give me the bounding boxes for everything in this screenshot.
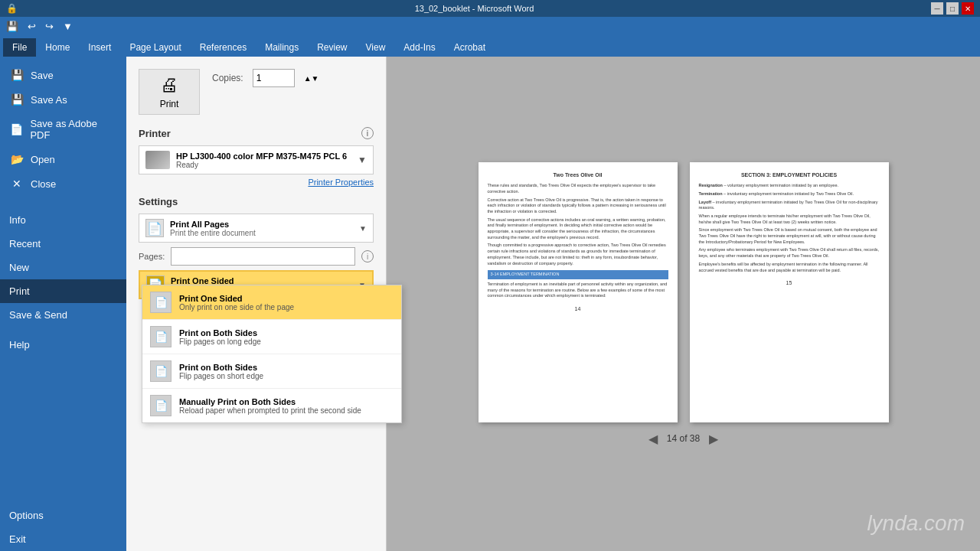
pages-row: Pages: i [139, 247, 374, 266]
sidebar-item-open-label: Open [31, 154, 55, 165]
sidebar-item-options-label: Options [9, 510, 44, 521]
popup-main-manual: Manually Print on Both Sides [179, 397, 394, 406]
sidebar-item-options[interactable]: Options [0, 504, 126, 527]
printer-dropdown-arrow[interactable]: ▼ [358, 155, 367, 165]
copies-input[interactable] [253, 69, 295, 87]
preview-right-para4: When a regular employee intends to termi… [699, 214, 880, 225]
popup-main-both-long: Print on Both Sides [179, 328, 394, 337]
sidebar-item-open[interactable]: 📂 Open [0, 147, 126, 171]
preview-page-right: SECTION 3: EMPLOYMENT POLICIES Resignati… [690, 162, 889, 422]
popup-icon-manual: 📄 [150, 395, 172, 416]
preview-left-section-header: 3-14 EMPLOYMENT TERMINATION [488, 270, 668, 279]
qa-undo-button[interactable]: ↩ [24, 19, 39, 34]
printer-status: Ready [176, 161, 347, 169]
sidebar-item-help-label: Help [9, 339, 30, 350]
sidebar-item-exit-label: Exit [9, 533, 26, 545]
preview-nav: ◀ 14 of 38 ▶ [648, 432, 718, 446]
qa-redo-button[interactable]: ↪ [42, 19, 57, 34]
pages-info-icon[interactable]: i [361, 250, 374, 262]
sidebar-item-saveas[interactable]: 💾 Save As [0, 87, 126, 112]
copies-spinner[interactable]: ▲▼ [304, 74, 319, 83]
save-icon: 💾 [9, 69, 24, 81]
popup-sub-both-short: Flip pages on short edge [179, 372, 394, 380]
minimize-button[interactable]: ─ [931, 2, 943, 15]
sidebar-item-exit[interactable]: Exit [0, 527, 126, 551]
sidebar-item-adobe[interactable]: 📄 Save as Adobe PDF [0, 112, 126, 147]
preview-right-para1: Resignation – voluntary employment termi… [699, 183, 880, 189]
sidebar-item-save[interactable]: 💾 Save [0, 63, 126, 87]
all-pages-text: Print All Pages Print the entire documen… [170, 220, 353, 237]
tab-view[interactable]: View [357, 38, 395, 57]
tab-page-layout[interactable]: Page Layout [120, 38, 190, 57]
restore-button[interactable]: □ [946, 2, 959, 15]
popup-item-one-sided[interactable]: 📄 Print One Sided Only print on one side… [142, 285, 401, 320]
popup-item-manual[interactable]: 📄 Manually Print on Both Sides Reload pa… [142, 389, 401, 422]
print-button-label: Print [160, 99, 179, 109]
all-pages-dropdown-row: 📄 Print All Pages Print the entire docum… [139, 214, 373, 242]
quick-access-icon: 🔒 [6, 3, 18, 14]
printer-info: HP LJ300-400 color MFP M375-M475 PCL 6 R… [176, 152, 347, 169]
popup-item-both-short[interactable]: 📄 Print on Both Sides Flip pages on shor… [142, 354, 401, 389]
ribbon-tabs: File Home Insert Page Layout References … [0, 35, 980, 57]
popup-main-both-short: Print on Both Sides [179, 363, 394, 372]
popup-icon-both-short: 📄 [150, 360, 172, 382]
tab-references[interactable]: References [191, 38, 256, 57]
pages-input[interactable] [171, 247, 355, 266]
popup-sub-both-long: Flip pages on long edge [179, 337, 394, 346]
tab-home[interactable]: Home [36, 38, 79, 57]
preview-left-title: Two Trees Olive Oil [488, 171, 668, 179]
sidebar-item-info-label: Info [9, 214, 26, 226]
preview-left-para1: These rules and standards, Two Trees Oli… [488, 183, 668, 194]
tab-mailings[interactable]: Mailings [256, 38, 308, 57]
settings-title: Settings [139, 196, 374, 207]
sidebar-item-new-label: New [9, 262, 29, 273]
all-pages-icon: 📄 [145, 219, 164, 237]
all-pages-main: Print All Pages [170, 220, 353, 229]
popup-text-manual: Manually Print on Both Sides Reload pape… [179, 397, 394, 415]
next-page-button[interactable]: ▶ [709, 432, 718, 446]
sidebar-item-close[interactable]: ✕ Close [0, 171, 126, 196]
all-pages-arrow: ▼ [359, 224, 367, 233]
sidebar-item-savesend-label: Save & Send [9, 309, 67, 321]
sidebar-item-new[interactable]: New [0, 256, 126, 279]
tab-addins[interactable]: Add-Ins [394, 38, 444, 57]
qa-customize-button[interactable]: ▼ [60, 19, 76, 34]
printer-properties-link[interactable]: Printer Properties [139, 178, 374, 187]
prev-page-button[interactable]: ◀ [648, 432, 658, 446]
tab-file[interactable]: File [3, 38, 36, 57]
preview-right-para7: Employee's benefits will be affected by … [699, 262, 880, 273]
sidebar-item-adobe-label: Save as Adobe PDF [30, 118, 117, 141]
sidebar-item-print[interactable]: Print [0, 279, 126, 303]
all-pages-dropdown[interactable]: 📄 Print All Pages Print the entire docum… [139, 214, 374, 243]
preview-page-left: Two Trees Olive Oil These rules and stan… [479, 162, 678, 422]
tab-acrobat[interactable]: Acrobat [445, 38, 495, 57]
preview-right-page-number: 15 [699, 279, 880, 287]
sidebar-item-recent-label: Recent [9, 238, 41, 249]
printer-info-icon[interactable]: i [361, 127, 374, 139]
sidebar-item-savesend[interactable]: Save & Send [0, 303, 126, 327]
preview-pages: Two Trees Olive Oil These rules and stan… [479, 162, 889, 422]
preview-left-section-text: Termination of employment is an inevitab… [488, 282, 668, 299]
popup-item-both-long[interactable]: 📄 Print on Both Sides Flip pages on long… [142, 320, 401, 354]
tab-insert[interactable]: Insert [79, 38, 120, 57]
sidebar-item-help[interactable]: Help [0, 333, 126, 357]
preview-right-title: SECTION 3: EMPLOYMENT POLICIES [699, 171, 880, 179]
copies-row: Copies: ▲▼ [212, 69, 318, 87]
sidebar-item-info[interactable]: Info [0, 208, 126, 232]
sidebar-item-recent[interactable]: Recent [0, 232, 126, 256]
close-button[interactable]: ✕ [962, 2, 974, 15]
printer-row[interactable]: HP LJ300-400 color MFP M375-M475 PCL 6 R… [139, 145, 374, 174]
current-page: 14 of 38 [667, 433, 700, 444]
window-title: 13_02_booklet - Microsoft Word [18, 4, 931, 13]
print-icon: 🖨 [160, 74, 178, 96]
popup-text-both-long: Print on Both Sides Flip pages on long e… [179, 328, 394, 346]
qa-save-button[interactable]: 💾 [3, 19, 21, 34]
preview-area: Two Trees Olive Oil These rules and stan… [387, 57, 980, 551]
tab-review[interactable]: Review [308, 38, 356, 57]
sidebar-item-saveas-label: Save As [31, 94, 67, 106]
watermark: lynda.com [867, 511, 965, 536]
popup-sub-one-sided: Only print on one side of the page [179, 303, 394, 311]
preview-right-para3: Layoff – involuntary employment terminat… [699, 200, 880, 211]
popup-sub-manual: Reload paper when prompted to print the … [179, 406, 394, 415]
print-button[interactable]: 🖨 Print [139, 69, 200, 115]
